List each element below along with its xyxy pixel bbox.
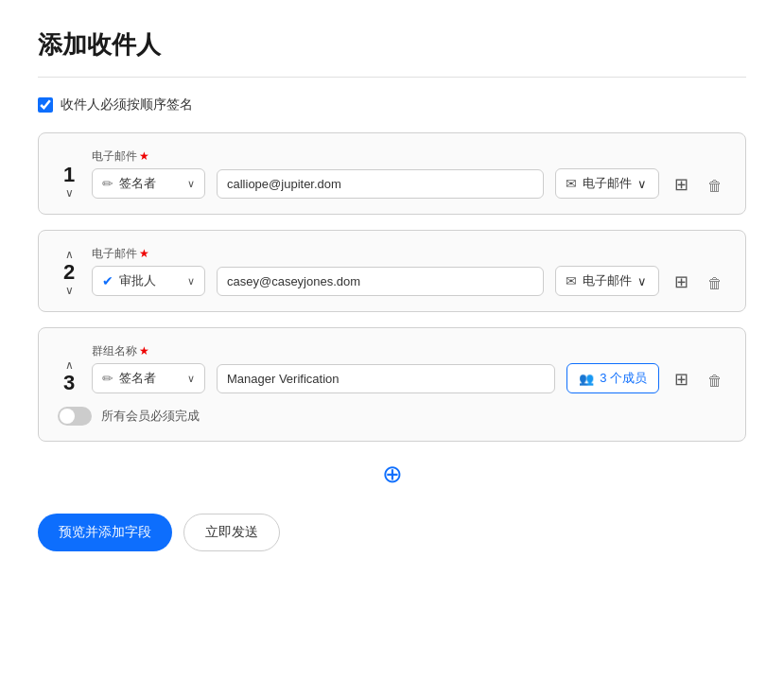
preview-button[interactable]: 预览并添加字段	[38, 514, 172, 551]
email-input-1[interactable]	[217, 169, 544, 199]
down-arrow-1[interactable]: ∨	[65, 187, 74, 199]
mail-icon-1: ✉	[566, 176, 577, 191]
email-field-group-2: placeholder	[217, 250, 544, 296]
all-members-row-3: 所有会员必须完成	[58, 403, 726, 426]
members-badge-3[interactable]: 👥 3 个成员	[566, 363, 659, 393]
approver-icon-2: ✔	[102, 273, 113, 288]
delete-btn-2[interactable]: 🗑	[704, 271, 726, 296]
email-field-group-1: placeholder	[217, 152, 544, 199]
recipient-card-2: ∧ 2 ∨ 电子邮件★ ✔ 审批人 ∨ placeholder ✉ 电子邮件 ∨…	[38, 230, 746, 312]
role-field-2: 电子邮件★ ✔ 审批人 ∨	[92, 246, 205, 296]
order-checkbox-row: 收件人必须按顺序签名	[38, 96, 746, 113]
signer-icon-1: ✏	[102, 176, 113, 191]
role-chevron-2: ∨	[187, 275, 195, 288]
mail-icon-2: ✉	[566, 273, 577, 288]
title-divider	[38, 77, 746, 78]
signer-icon-3: ✏	[102, 371, 113, 386]
role-text-3: 签名者	[119, 370, 182, 387]
order-checkbox[interactable]	[38, 97, 53, 113]
email-label-2: 电子邮件★	[92, 246, 205, 262]
role-select-1[interactable]: ✏ 签名者 ∨	[92, 168, 205, 199]
recipient-number-2: 2	[63, 262, 75, 283]
up-arrow-3[interactable]: ∧	[65, 359, 74, 371]
group-name-field-group-3: placeholder	[217, 347, 555, 393]
footer-buttons: 预览并添加字段 立即发送	[38, 514, 746, 551]
role-text-2: 审批人	[119, 272, 182, 289]
recipient-card-1: 1 ∨ 电子邮件★ ✏ 签名者 ∨ placeholder ✉ 电子邮件 ∨ ⊞…	[38, 132, 746, 215]
settings-btn-1[interactable]: ⊞	[671, 170, 692, 199]
role-text-1: 签名者	[119, 175, 182, 192]
group-name-input-3[interactable]	[217, 364, 555, 393]
role-chevron-3: ∨	[187, 373, 195, 385]
all-members-label-3: 所有会员必须完成	[101, 408, 200, 425]
all-members-toggle-3[interactable]	[58, 407, 92, 426]
delivery-select-2[interactable]: ✉ 电子邮件 ∨	[555, 266, 659, 296]
role-chevron-1: ∨	[187, 178, 195, 190]
recipient-card-3: ∧ 3 群组名称★ ✏ 签名者 ∨ placeholder 👥 3 个成员 ⊞ …	[38, 327, 746, 442]
email-input-2[interactable]	[217, 267, 544, 296]
email-label-1: 电子邮件★	[92, 148, 205, 165]
add-row: ⊕	[38, 457, 746, 491]
settings-btn-3[interactable]: ⊞	[671, 365, 692, 393]
send-button[interactable]: 立即发送	[183, 514, 280, 551]
members-label-3: 3 个成员	[600, 370, 647, 387]
delivery-label-1: 电子邮件	[583, 175, 632, 192]
recipient-number-3: 3	[63, 373, 75, 393]
delete-btn-3[interactable]: 🗑	[704, 369, 726, 393]
number-col-3: ∧ 3	[58, 359, 80, 393]
delivery-label-2: 电子邮件	[583, 272, 632, 289]
role-select-3[interactable]: ✏ 签名者 ∨	[92, 363, 205, 393]
role-select-2[interactable]: ✔ 审批人 ∨	[92, 266, 205, 296]
recipient-number-1: 1	[63, 165, 75, 185]
delivery-chevron-2: ∨	[637, 274, 647, 288]
down-arrow-2[interactable]: ∨	[65, 285, 74, 296]
role-field-3: 群组名称★ ✏ 签名者 ∨	[92, 343, 205, 393]
delivery-select-1[interactable]: ✉ 电子邮件 ∨	[555, 168, 659, 199]
page-title: 添加收件人	[38, 28, 746, 61]
add-recipient-button[interactable]: ⊕	[375, 457, 409, 491]
up-arrow-2[interactable]: ∧	[65, 249, 74, 260]
members-icon-3: 👥	[579, 372, 594, 386]
delivery-chevron-1: ∨	[637, 177, 647, 191]
number-col-2: ∧ 2 ∨	[58, 249, 80, 296]
settings-btn-2[interactable]: ⊞	[671, 268, 692, 296]
delete-btn-1[interactable]: 🗑	[704, 174, 726, 199]
number-col-1: 1 ∨	[58, 165, 80, 199]
order-checkbox-label: 收件人必须按顺序签名	[61, 96, 193, 113]
group-label-3: 群组名称★	[92, 343, 205, 359]
role-field-1: 电子邮件★ ✏ 签名者 ∨	[92, 148, 205, 199]
